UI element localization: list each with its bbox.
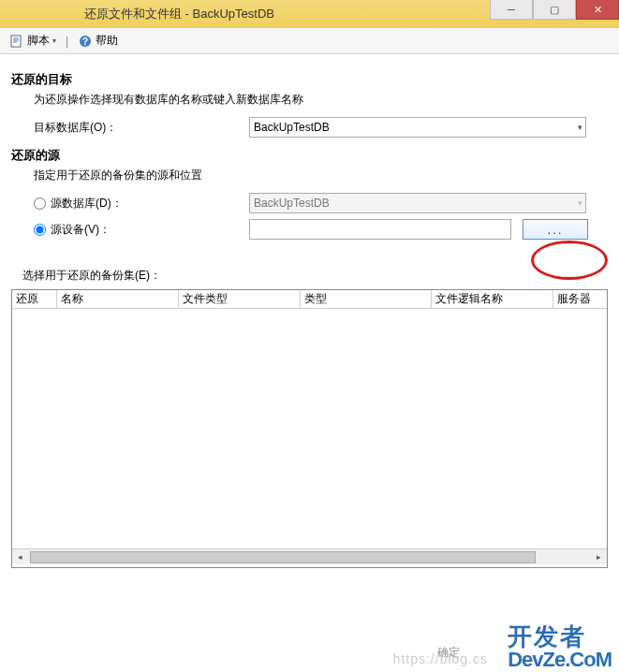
table-body (12, 309, 607, 548)
script-icon (9, 34, 24, 49)
target-section-title: 还原的目标 (11, 71, 608, 88)
watermark-en: DevZe.CoM (508, 648, 612, 672)
help-button[interactable]: ? 帮助 (74, 31, 122, 51)
col-filetype[interactable]: 文件类型 (179, 290, 301, 308)
svg-rect-0 (11, 36, 21, 47)
table-header: 还原 名称 文件类型 类型 文件逻辑名称 服务器 (12, 290, 607, 309)
browse-button[interactable]: ... (523, 219, 588, 240)
horizontal-scrollbar[interactable]: ◂ ▸ (12, 548, 607, 564)
target-db-label: 目标数据库(O)： (34, 120, 249, 136)
minimize-button[interactable]: ─ (490, 0, 533, 20)
window-title: 还原文件和文件组 - BackUpTestDB (0, 6, 274, 22)
from-device-text: 源设备(V)： (51, 222, 111, 238)
target-section-desc: 为还原操作选择现有数据库的名称或键入新数据库名称 (34, 92, 608, 108)
col-name[interactable]: 名称 (57, 290, 179, 308)
watermark-logo: 开发者 DevZe.CoM (508, 621, 612, 672)
script-button[interactable]: 脚本 ▾ (6, 31, 60, 51)
toolbar-separator: | (66, 35, 68, 48)
svg-text:?: ? (82, 37, 88, 47)
from-db-radio[interactable] (34, 197, 46, 210)
titlebar: 还原文件和文件组 - BackUpTestDB ─ ▢ ✕ (0, 0, 619, 28)
backupset-table: 还原 名称 文件类型 类型 文件逻辑名称 服务器 ◂ ▸ (11, 289, 608, 568)
help-icon: ? (78, 34, 93, 49)
from-db-text: 源数据库(D)： (51, 196, 123, 212)
from-device-radio-label[interactable]: 源设备(V)： (34, 222, 249, 238)
window-controls: ─ ▢ ✕ (490, 0, 619, 27)
backupset-label: 选择用于还原的备份集(E)： (22, 268, 608, 284)
toolbar: 脚本 ▾ | ? 帮助 (0, 28, 619, 54)
scroll-right-icon[interactable]: ▸ (591, 550, 607, 564)
from-device-radio[interactable] (34, 224, 46, 236)
from-db-select (249, 193, 586, 213)
source-section-desc: 指定用于还原的备份集的源和位置 (34, 168, 608, 183)
scroll-left-icon[interactable]: ◂ (12, 550, 28, 564)
source-section-title: 还原的源 (11, 147, 608, 164)
device-path-input[interactable] (249, 219, 511, 240)
bottom-bar: 确定 https://blog.cs 开发者 DevZe.CoM (0, 636, 619, 672)
col-restore[interactable]: 还原 (12, 290, 57, 308)
col-type[interactable]: 类型 (301, 290, 432, 308)
target-db-select[interactable] (249, 117, 586, 138)
from-db-radio-label[interactable]: 源数据库(D)： (34, 196, 249, 212)
col-logicalname[interactable]: 文件逻辑名称 (432, 290, 553, 308)
col-server[interactable]: 服务器 (553, 290, 607, 308)
maximize-button[interactable]: ▢ (533, 0, 576, 20)
dropdown-arrow-icon: ▾ (52, 37, 56, 45)
script-label: 脚本 (27, 33, 50, 49)
scroll-thumb[interactable] (30, 551, 536, 563)
help-label: 帮助 (96, 33, 118, 49)
close-button[interactable]: ✕ (576, 0, 619, 20)
content-area: 还原的目标 为还原操作选择现有数据库的名称或键入新数据库名称 目标数据库(O)：… (0, 54, 619, 284)
watermark-url: https://blog.cs (393, 651, 488, 666)
